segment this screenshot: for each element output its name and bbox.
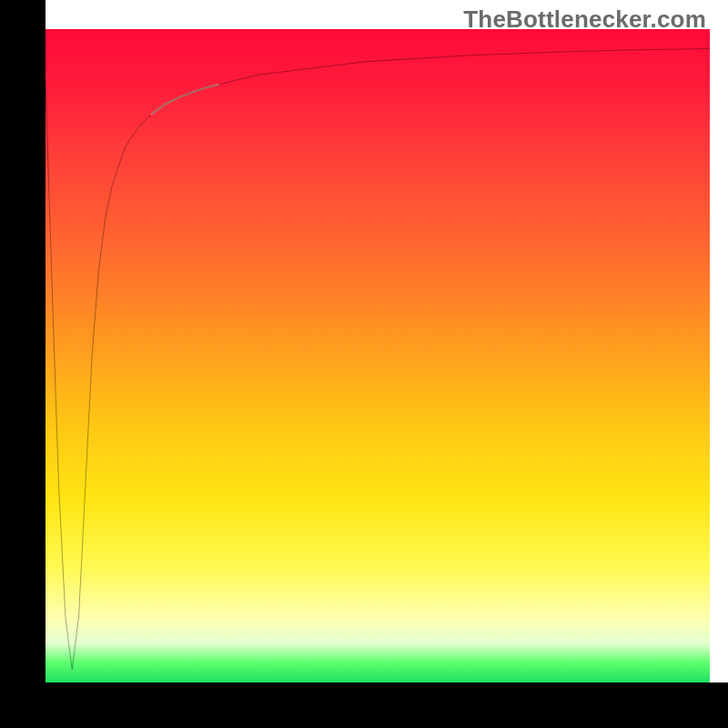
x-axis-border <box>0 682 728 728</box>
y-axis-border <box>0 0 46 728</box>
plot-area <box>46 29 710 682</box>
gradient-background <box>46 29 710 682</box>
chart-frame: TheBottlenecker.com <box>0 0 728 728</box>
